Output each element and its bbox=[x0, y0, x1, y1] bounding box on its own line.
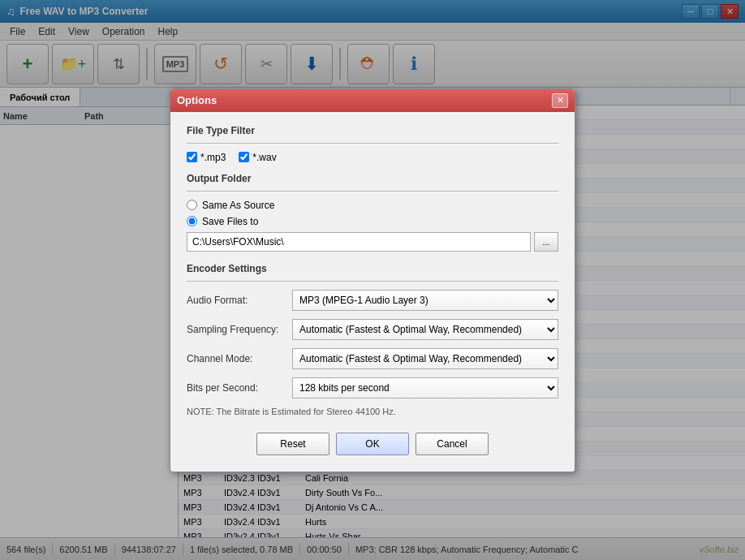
file-type-checkboxes: *.mp3 *.wav bbox=[187, 152, 558, 163]
modal-buttons: Reset OK Cancel bbox=[187, 426, 558, 459]
encoder-fields: Audio Format:MP3 (MPEG-1 Audio Layer 3)W… bbox=[187, 290, 558, 398]
same-as-source-radio[interactable] bbox=[187, 200, 197, 210]
output-folder-divider bbox=[187, 191, 558, 192]
options-dialog: Options ✕ File Type Filter *.mp3 *.wav bbox=[170, 88, 575, 472]
encoder-select-sampling_freq[interactable]: Automatic (Fastest & Optimal Way, Recomm… bbox=[292, 319, 558, 340]
same-as-source-label: Same As Source bbox=[202, 200, 274, 211]
mp3-checkbox[interactable] bbox=[187, 152, 197, 162]
cancel-button[interactable]: Cancel bbox=[416, 433, 489, 455]
path-row: ... bbox=[187, 232, 558, 252]
reset-button[interactable]: Reset bbox=[256, 433, 329, 455]
encoder-field-row: Sampling Frequency:Automatic (Fastest & … bbox=[187, 319, 558, 340]
encoder-label-3: Bits per Second: bbox=[187, 382, 292, 394]
wav-checkbox-label[interactable]: *.wav bbox=[239, 152, 276, 163]
encoder-select-audio_format[interactable]: MP3 (MPEG-1 Audio Layer 3)WAV bbox=[292, 290, 558, 311]
ok-button[interactable]: OK bbox=[336, 433, 409, 455]
save-files-to-label: Save Files to bbox=[202, 216, 258, 227]
file-type-filter-label: File Type Filter bbox=[187, 125, 558, 136]
same-as-source-radio-label[interactable]: Same As Source bbox=[187, 200, 558, 211]
output-folder-label: Output Folder bbox=[187, 173, 558, 184]
encoder-field-row: Bits per Second:128 kbits per second192 … bbox=[187, 377, 558, 398]
mp3-label: *.mp3 bbox=[200, 152, 226, 163]
encoder-label-1: Sampling Frequency: bbox=[187, 324, 292, 335]
save-files-to-radio-label[interactable]: Save Files to bbox=[187, 216, 558, 227]
wav-checkbox[interactable] bbox=[239, 152, 249, 162]
bitrate-note: NOTE: The Bitrate is Estimated for Stere… bbox=[187, 407, 558, 416]
file-type-divider bbox=[187, 143, 558, 144]
browse-button[interactable]: ... bbox=[534, 232, 558, 252]
encoder-field-row: Channel Mode:Automatic (Fastest & Optima… bbox=[187, 348, 558, 369]
modal-body: File Type Filter *.mp3 *.wav Output Fold… bbox=[170, 112, 575, 472]
encoder-label-0: Audio Format: bbox=[187, 295, 292, 306]
encoder-select-channel_mode[interactable]: Automatic (Fastest & Optimal Way, Recomm… bbox=[292, 348, 558, 369]
save-files-to-radio[interactable] bbox=[187, 216, 197, 226]
path-input[interactable] bbox=[187, 232, 531, 252]
encoder-field-row: Audio Format:MP3 (MPEG-1 Audio Layer 3)W… bbox=[187, 290, 558, 311]
modal-title: Options bbox=[177, 94, 217, 106]
modal-close-button[interactable]: ✕ bbox=[552, 93, 568, 108]
mp3-checkbox-label[interactable]: *.mp3 bbox=[187, 152, 226, 163]
modal-overlay: Options ✕ File Type Filter *.mp3 *.wav bbox=[0, 0, 745, 560]
encoder-label-2: Channel Mode: bbox=[187, 353, 292, 364]
wav-label: *.wav bbox=[252, 152, 276, 163]
encoder-settings-label: Encoder Settings bbox=[187, 263, 558, 274]
encoder-divider bbox=[187, 281, 558, 282]
modal-title-bar: Options ✕ bbox=[170, 89, 575, 112]
encoder-select-bitrate[interactable]: 128 kbits per second192 kbits per second… bbox=[292, 377, 558, 398]
